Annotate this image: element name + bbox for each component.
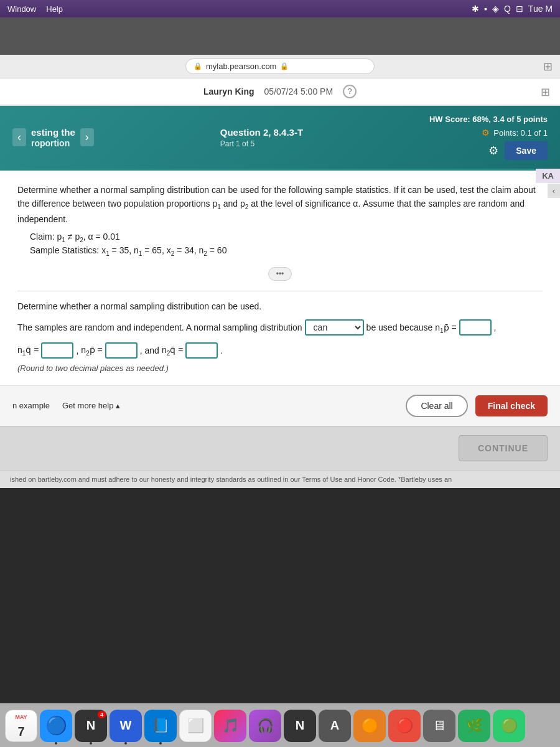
dock-app1[interactable]: 🔵 bbox=[40, 710, 72, 742]
search-icon[interactable]: Q bbox=[504, 4, 511, 14]
points-line: ⚙ Points: 0.1 of 1 bbox=[482, 128, 548, 138]
n2p-input[interactable] bbox=[105, 342, 138, 359]
dock-blank-icon: ⬜ bbox=[187, 718, 204, 734]
control-icon[interactable]: ⊟ bbox=[516, 4, 523, 14]
sidebar-subtitle: roportion bbox=[31, 138, 75, 148]
address-bar[interactable]: 🔒 mylab.pearson.com 🔒 bbox=[185, 59, 375, 74]
expand-dots-btn[interactable]: ••• bbox=[268, 267, 292, 281]
dock-news[interactable]: N bbox=[284, 710, 316, 742]
continue-button[interactable]: CONTINUE bbox=[459, 435, 548, 461]
comma2: , bbox=[76, 345, 78, 355]
dock-news-icon: N bbox=[296, 718, 304, 733]
footer-right: Clear all Final check bbox=[406, 395, 548, 417]
line1-suffix: be used because n1p̄ = bbox=[366, 319, 457, 337]
menu-window[interactable]: Window bbox=[7, 4, 36, 14]
continue-area: CONTINUE bbox=[0, 426, 560, 470]
dock-word-icon: W bbox=[120, 718, 132, 733]
header-icons: ⊞ bbox=[541, 85, 550, 99]
save-button[interactable]: Save bbox=[505, 141, 548, 160]
dock-appF[interactable]: 🟢 bbox=[493, 710, 525, 742]
time-display: Tue M bbox=[528, 4, 553, 14]
dock-appE[interactable]: 🌿 bbox=[458, 710, 490, 742]
n1p-input[interactable] bbox=[459, 319, 492, 336]
and-label: , and bbox=[140, 345, 159, 355]
dock-appD-icon: 🖥 bbox=[432, 718, 446, 734]
dock-calendar-month: MAY bbox=[6, 714, 37, 720]
round-note: (Round to two decimal places as needed.) bbox=[17, 364, 543, 373]
dock-dot-4 bbox=[159, 742, 162, 745]
dock-dot-3 bbox=[124, 742, 127, 745]
mac-status-area: ✱ ▪ ◈ Q ⊟ Tue M bbox=[472, 4, 553, 14]
n1q-label: n1q̄ = bbox=[17, 345, 39, 357]
score-block: HW Score: 68%, 3.4 of 5 points ⚙ Points:… bbox=[429, 115, 548, 160]
sidebar-title: esting the bbox=[31, 127, 75, 138]
menu-help[interactable]: Help bbox=[46, 4, 63, 14]
dock-appC[interactable]: 🔴 bbox=[388, 710, 421, 742]
wifi-icon: ◈ bbox=[492, 4, 499, 14]
answer-line-1: The samples are random and independent. … bbox=[17, 319, 543, 337]
next-nav-arrow[interactable]: › bbox=[80, 128, 94, 146]
dock-appC-icon: 🔴 bbox=[396, 718, 413, 734]
desktop-area bbox=[0, 17, 560, 55]
comma1: , bbox=[494, 319, 497, 336]
question-part: Part 1 of 5 bbox=[220, 139, 303, 148]
help-button[interactable]: ? bbox=[343, 85, 357, 98]
dock-calendar[interactable]: MAY 7 bbox=[5, 710, 37, 742]
browser-toolbar: 🔒 mylab.pearson.com 🔒 ⊞ bbox=[0, 55, 560, 78]
dock-music-icon: 🎵 bbox=[222, 718, 239, 734]
line1-prefix: The samples are random and independent. … bbox=[17, 319, 302, 336]
question-info-block: Question 2, 8.4.3-T Part 1 of 5 bbox=[220, 127, 303, 148]
question-body: Determine whether a normal sampling dist… bbox=[0, 169, 560, 385]
dock-appB[interactable]: 🟠 bbox=[353, 710, 386, 742]
sample-stats-text: Sample Statistics: x1 = 35, n1 = 65, x2 … bbox=[30, 245, 543, 257]
question-footer: n example Get more help ▴ Clear all Fina… bbox=[0, 385, 560, 426]
question-title: Question 2, 8.4.3-T bbox=[220, 127, 303, 138]
problem-text: Determine whether a normal sampling dist… bbox=[17, 183, 543, 227]
sidebar-title-block: esting the roportion bbox=[31, 127, 75, 148]
dock-dot-1 bbox=[55, 742, 57, 745]
footer-left: n example Get more help ▴ bbox=[12, 401, 120, 410]
dock-music[interactable]: 🎵 bbox=[214, 710, 246, 742]
help-icon: ? bbox=[348, 87, 352, 96]
question-header: ‹ esting the roportion › Question 2, 8.4… bbox=[0, 106, 560, 169]
dock-outlook[interactable]: 📘 bbox=[144, 710, 177, 742]
sub-question: Determine whether a normal sampling dist… bbox=[17, 301, 543, 373]
check-icon: ⚙ bbox=[482, 128, 490, 138]
settings-icon[interactable]: ⚙ bbox=[488, 144, 498, 157]
battery-icon: ▪ bbox=[484, 4, 487, 14]
get-more-help-link[interactable]: Get more help ▴ bbox=[62, 401, 120, 410]
can-dropdown[interactable]: can cannot bbox=[305, 319, 364, 336]
lock-icon2: 🔒 bbox=[280, 62, 289, 70]
final-check-button[interactable]: Final check bbox=[475, 395, 548, 416]
dock-appA-icon: A bbox=[330, 718, 339, 733]
user-name: Lauryn King bbox=[203, 87, 254, 96]
dock-appA[interactable]: A bbox=[319, 710, 351, 742]
dock-appD[interactable]: 🖥 bbox=[423, 710, 455, 742]
dock-appF-icon: 🟢 bbox=[501, 718, 518, 734]
dock-notion-badge: 4 bbox=[98, 711, 106, 718]
dock-podcasts-icon: 🎧 bbox=[257, 718, 274, 734]
dock-appB-icon: 🟠 bbox=[362, 718, 378, 734]
answer-line-2: n1q̄ = , n2p̄ = , and n2q̄ = . bbox=[17, 342, 543, 359]
dock-blank[interactable]: ⬜ bbox=[179, 710, 212, 742]
n1q-input[interactable] bbox=[41, 342, 73, 359]
grid-icon[interactable]: ⊞ bbox=[543, 60, 553, 73]
dock-word[interactable]: W bbox=[110, 710, 142, 742]
browser-chrome: 🔒 mylab.pearson.com 🔒 ⊞ bbox=[0, 55, 560, 78]
collapse-arrow[interactable]: ‹ bbox=[548, 184, 560, 198]
bottom-text: ished on bartleby.com and must adhere to… bbox=[0, 470, 560, 488]
clear-all-button[interactable]: Clear all bbox=[406, 395, 467, 417]
example-link[interactable]: n example bbox=[12, 401, 50, 410]
bluetooth-icon: ✱ bbox=[472, 4, 479, 14]
dock-podcasts[interactable]: 🎧 bbox=[249, 710, 281, 742]
prev-nav-arrow[interactable]: ‹ bbox=[12, 128, 26, 146]
dock-notion-icon: N bbox=[86, 718, 95, 733]
n2q-label: n2q̄ = bbox=[162, 345, 183, 357]
divider bbox=[17, 291, 543, 291]
dock-outlook-icon: 📘 bbox=[152, 718, 169, 734]
dock-notion[interactable]: N 4 bbox=[75, 710, 107, 742]
n2q-input[interactable] bbox=[185, 342, 218, 359]
ka-label: KA bbox=[536, 169, 560, 183]
url-text: mylab.pearson.com bbox=[206, 62, 276, 71]
dock-appE-icon: 🌿 bbox=[466, 718, 483, 734]
